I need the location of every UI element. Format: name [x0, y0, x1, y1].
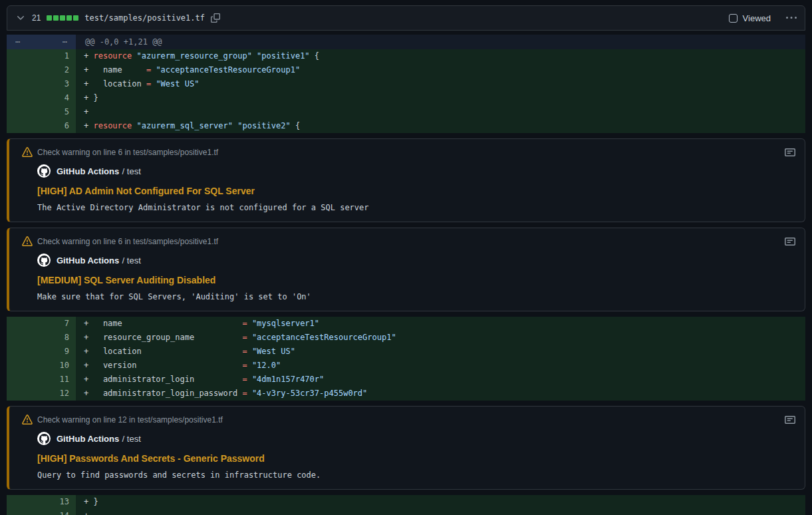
line-number[interactable]: 3 [7, 77, 76, 91]
viewed-checkbox[interactable]: Viewed [729, 13, 771, 23]
diffstat-block [53, 15, 59, 21]
line-number[interactable]: 9 [7, 345, 76, 359]
check-source-suffix: / test [122, 166, 141, 176]
diff-line-added: 12+ administrator_login_password = "4-v3… [7, 387, 805, 401]
check-source-name[interactable]: GitHub Actions [57, 434, 119, 444]
line-code: + name = "acceptanceTestResourceGroup1" [76, 63, 805, 77]
github-logo-icon [37, 254, 51, 267]
file-path[interactable]: test/samples/positive1.tf [84, 13, 205, 23]
code-section: 7+ name = "mysqlserver1"8+ resource_grou… [7, 317, 805, 401]
diff-line-added: 11+ administrator_login = "4dm1n157r470r… [7, 373, 805, 387]
diff-line-added: 13+ } [7, 495, 805, 509]
diff-line-added: 3+ location = "West US" [7, 77, 805, 91]
line-code: + version = "12.0" [76, 359, 805, 373]
annotation-log-button[interactable] [785, 415, 795, 427]
file-header: 21 test/samples/positive1.tf Viewed [7, 5, 805, 31]
annotation-source: GitHub Actions / test [37, 432, 794, 445]
changes-count: 21 [32, 13, 41, 23]
line-number[interactable]: 13 [7, 495, 76, 509]
line-number[interactable]: 6 [7, 119, 76, 133]
checkbox-box[interactable] [729, 14, 738, 23]
annotation-description: The Active Directory Administrator is no… [37, 203, 794, 212]
annotation-header-text: Check warning on line 6 in test/samples/… [37, 148, 218, 157]
line-number[interactable]: 7 [7, 317, 76, 331]
diff-line-added: 4+ } [7, 91, 805, 105]
annotation-header-row: Check warning on line 6 in test/samples/… [22, 147, 794, 158]
warning-icon [22, 236, 33, 247]
annotation-log-button[interactable] [785, 236, 795, 249]
copy-icon [211, 13, 220, 23]
expand-hunk-button[interactable]: ⋯ ⋯ [7, 35, 76, 49]
expand-dots[interactable]: ⋯ [15, 37, 20, 47]
annotation-body: GitHub Actions / test [MEDIUM] SQL Serve… [22, 254, 794, 301]
line-code: + [76, 105, 805, 119]
warning-icon [22, 147, 33, 158]
diffstat-squares [47, 15, 78, 21]
line-code: + resource "azurerm_resource_group" "pos… [76, 49, 805, 63]
line-number[interactable]: 11 [7, 373, 76, 387]
copy-path-button[interactable] [211, 13, 220, 23]
collapse-file-button[interactable] [15, 13, 26, 23]
check-source-suffix: / test [122, 434, 141, 444]
line-number[interactable]: 12 [7, 387, 76, 401]
line-number[interactable]: 4 [7, 91, 76, 105]
warning-icon [22, 415, 33, 425]
annotation-title: [HIGH] AD Admin Not Configured For SQL S… [37, 186, 794, 196]
code-section: 13+ }14+ [7, 495, 805, 515]
check-source-name[interactable]: GitHub Actions [57, 166, 119, 176]
line-code: + location = "West US" [76, 345, 805, 359]
github-logo-icon [37, 432, 51, 445]
check-source-name[interactable]: GitHub Actions [57, 256, 119, 265]
annotation-log-button[interactable] [785, 147, 795, 160]
check-annotation: Check warning on line 6 in test/samples/… [7, 228, 805, 311]
annotation-header-row: Check warning on line 12 in test/samples… [22, 415, 794, 425]
line-number[interactable]: 2 [7, 63, 76, 77]
check-annotation: Check warning on line 6 in test/samples/… [7, 138, 805, 222]
file-options-button[interactable] [786, 13, 797, 23]
hunk-header-row: ⋯ ⋯ @@ -0,0 +1,21 @@ [7, 35, 805, 49]
annotation-title: [HIGH] Passwords And Secrets - Generic P… [37, 453, 794, 464]
annotation-source: GitHub Actions / test [37, 164, 794, 178]
line-code: + [76, 509, 805, 515]
annotation-body: GitHub Actions / test [HIGH] AD Admin No… [22, 164, 794, 212]
line-code: + resource_group_name = "acceptanceTestR… [76, 331, 805, 345]
diff-line-added: 1+ resource "azurerm_resource_group" "po… [7, 49, 805, 63]
line-number[interactable]: 5 [7, 105, 76, 119]
diffstat-block [73, 15, 78, 21]
diff-line-added: 2+ name = "acceptanceTestResourceGroup1" [7, 63, 805, 77]
note-icon [785, 415, 795, 425]
line-number[interactable]: 10 [7, 359, 76, 373]
line-code: + name = "mysqlserver1" [76, 317, 805, 331]
line-code: + } [76, 495, 805, 509]
viewed-label: Viewed [743, 13, 771, 23]
diff-view: 21 test/samples/positive1.tf Viewed ⋯ ⋯ … [0, 0, 812, 515]
annotation-title: [MEDIUM] SQL Server Auditing Disabled [37, 275, 794, 285]
github-logo-icon [37, 164, 51, 178]
diff-line-added: 5+ [7, 105, 805, 119]
chevron-down-icon [15, 13, 26, 23]
annotation-body: GitHub Actions / test [HIGH] Passwords A… [22, 432, 794, 480]
note-icon [785, 147, 795, 158]
diff-line-added: 10+ version = "12.0" [7, 359, 805, 373]
expand-dots[interactable]: ⋯ [63, 37, 67, 47]
diff-line-added: 7+ name = "mysqlserver1" [7, 317, 805, 331]
annotation-header-row: Check warning on line 6 in test/samples/… [22, 236, 794, 247]
kebab-menu-icon [786, 13, 797, 23]
annotation-header-text: Check warning on line 12 in test/samples… [37, 415, 223, 425]
line-number[interactable]: 8 [7, 331, 76, 345]
line-code: + location = "West US" [76, 77, 805, 91]
line-number[interactable]: 1 [7, 49, 76, 63]
line-number[interactable]: 14 [7, 509, 76, 515]
annotation-description: Query to find passwords and secrets in i… [37, 470, 794, 480]
diff-line-added: 9+ location = "West US" [7, 345, 805, 359]
annotation-header-text: Check warning on line 6 in test/samples/… [37, 237, 218, 246]
hunk-header: @@ -0,0 +1,21 @@ [76, 35, 805, 49]
diffstat-block [47, 15, 52, 21]
line-code: + administrator_login_password = "4-v3ry… [76, 387, 805, 401]
note-icon [785, 236, 795, 247]
check-source-suffix: / test [122, 256, 141, 265]
line-code: + resource "azurerm_sql_server" "positiv… [76, 119, 805, 133]
diff-line-added: 14+ [7, 509, 805, 515]
line-code: + } [76, 91, 805, 105]
annotation-source: GitHub Actions / test [37, 254, 794, 267]
